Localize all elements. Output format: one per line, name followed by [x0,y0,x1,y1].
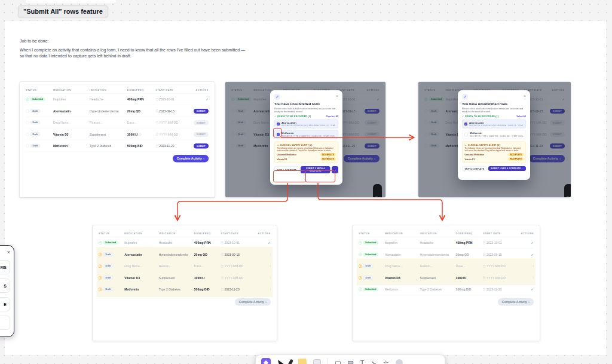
item-details: Indication: Type 2 Diabetes · 500mg BID … [470,135,524,137]
submit-complete-button[interactable]: SUBMIT 1 MED & COMPLETE → [488,166,526,171]
pen-tool-icon[interactable] [287,359,293,364]
skip-complete-button[interactable]: SKIP & COMPLETE [462,166,487,171]
shape-tool-icon[interactable] [313,359,321,364]
medication-item[interactable]: ✓AtorvastatinIndication: Hypercholestero… [462,120,526,129]
status-cell: Draft [26,143,53,148]
actions-cell [252,265,271,267]
status-cell: Draft [359,264,385,268]
calendar-icon [483,265,485,268]
select-cursor-tool-icon[interactable] [276,359,284,364]
date-value: 2023-09-15 [486,253,502,256]
column-header: MEDICATION [124,232,159,235]
text-tool-icon[interactable]: T [360,359,365,364]
item-text: MetforminIndication: Type 2 Diabetes · 5… [281,132,335,137]
table-row: DraftMetforminType 2 Diabetes500mg BID20… [26,140,209,152]
submit-button: SUBMIT [194,131,209,137]
table-row: DraftVitamin D3Supplement1000 IUYYYY-MM-… [359,272,534,284]
stamp-tool-icon[interactable]: ☆ [383,359,389,364]
item-details: Indication: Hypercholesterolemia · 20mg … [281,125,335,127]
status-badge: Draft [363,276,374,280]
status-badge: Submitted [363,241,378,244]
dose-value: 1000 IU [194,276,205,280]
medication-cell: Atorvastatin [124,253,159,256]
dose-cell: 400mg PRN [194,241,221,244]
complete-activity-button[interactable]: Complete Activity› [235,298,271,306]
submit-button[interactable]: SUBMIT [194,143,209,149]
medication-item[interactable]: MetforminIndication: Type 2 Diabetes · 5… [462,130,526,139]
medication-item[interactable]: ✓AtorvastatinIndication: Hypercholestero… [274,120,338,129]
frame-tool-icon[interactable]: ▢ [335,359,341,364]
checkbox[interactable]: ✓ [277,123,280,126]
calendar-icon [155,121,158,124]
medication-item[interactable]: ✓MetforminIndication: Type 2 Diabetes · … [274,130,338,139]
alert-row-name: Vitamin D3 [465,158,475,160]
list-item[interactable]: MS [0,260,10,274]
submitted-check-icon: ✓ [206,97,209,102]
sticky-note-tool-icon[interactable] [298,359,307,364]
connector-tool-icon[interactable]: ↘ [371,359,377,364]
status-cell: Draft [26,120,53,124]
submit-button[interactable]: SUBMIT [194,108,209,114]
annotation-box-submit-button [305,170,335,182]
date-value: 2023-10-01 [224,241,240,244]
list-item[interactable]: E [0,297,10,311]
column-header: START DATE [221,232,252,235]
list-item[interactable] [0,316,10,330]
close-icon[interactable]: × [7,249,10,255]
table-row: DraftVitamin D3Supplement1000 IUiYYYY-MM… [26,129,209,140]
indication-cell: Type 2 Diabetes [90,144,127,148]
close-icon[interactable]: × [524,94,526,97]
whiteboard-canvas: "Submit All" rows feature Job to be done… [0,0,612,364]
table-tool-icon[interactable]: ▤ [347,359,353,364]
toggle-select-link[interactable]: Deselect All [326,115,338,118]
table-row: DraftAtorvastatinHypercholesterolemia20m… [26,105,209,117]
medication-cell: Vitamin D3 [124,276,159,280]
column-header: ACTIONS [515,232,534,235]
clinical-safety-alert: ⚠CLINICAL SAFETY ALERT (2)The following … [462,142,526,163]
date-value: 2023-09-15 [224,253,240,256]
status-cell: ✓Submitted [359,252,385,256]
dose-value: 500mg BID [194,287,210,291]
marker-tool-selected-icon[interactable] [261,358,271,364]
close-icon[interactable]: × [336,94,338,97]
dose-value: 400mg PRN [194,241,211,244]
indication-cell: Type 2 Diabetes [420,287,456,291]
checkbox[interactable] [464,133,468,136]
medication-cell: Atorvastatin [53,109,90,113]
date-value: 2023-10-01 [159,97,175,101]
indication-cell: Supplement [159,276,194,280]
incomplete-badge: INCOMPLETE [508,158,523,161]
checkbox[interactable]: ✓ [464,123,467,126]
toggle-select-link[interactable]: Select All [516,115,526,118]
complete-activity-label: Complete Activity [177,157,202,161]
check-circle-icon: ✓ [359,287,362,291]
jtbd-text-block: Job to be done: When I complete an activ… [20,38,277,74]
dose-value: Dose... [456,264,466,268]
actions-cell: SUBMIT [188,108,209,114]
list-item[interactable]: S [0,279,10,293]
complete-activity-button[interactable]: Complete Activity› [173,155,209,163]
ready-header-row: ✓READY TO BE RECORDED (1)Select All [462,115,526,118]
alert-row: Vitamin D3INCOMPLETE [465,158,524,161]
calendar-icon [155,109,158,112]
check-circle-icon: ✓ [99,241,102,244]
disabled-action-icon [270,253,271,256]
dose-value: 400mg PRN [127,97,144,101]
start-date-cell: YYYY-MM-DD [155,121,188,124]
browser-widget [564,184,571,197]
column-header: DOSE/FREQ [127,88,155,91]
section-label[interactable]: "Submit All" rows feature [18,5,108,17]
actions-cell: ✓ [515,241,534,245]
indication-cell: Reason... [159,264,194,268]
actions-cell: ✓ [515,252,534,256]
column-header: DOSE/FREQ [194,232,221,235]
date-value: 2023-09-15 [159,109,175,113]
complete-activity-button[interactable]: Complete Activity› [498,298,534,306]
incomplete-badge: INCOMPLETE [320,153,335,156]
chevron-right-icon: › [203,157,204,161]
screenshot-modal-2-selected: STATUSMEDICATIONINDICATIONDOSE/FREQSTART… [225,82,385,197]
modal-title: You have unsubmitted rows [462,102,526,106]
emoji-tool-icon[interactable] [396,359,403,364]
dose-cell: 1000 IU [194,276,221,280]
table-row: ✓SubmittedIbuprofenHeadache400mg PRN2023… [26,94,209,106]
